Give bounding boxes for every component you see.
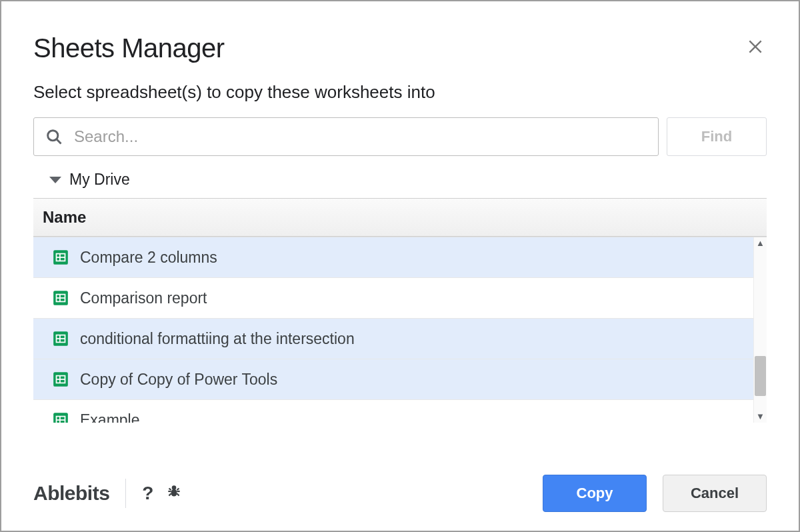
svg-line-3 <box>57 139 61 143</box>
close-button[interactable] <box>744 33 767 61</box>
svg-line-28 <box>169 488 171 489</box>
table-header-name[interactable]: Name <box>33 198 767 237</box>
scroll-up-arrow-icon[interactable]: ▲ <box>756 237 765 249</box>
search-row: Find <box>33 117 767 156</box>
svg-line-30 <box>169 493 171 495</box>
scroll-down-arrow-icon[interactable]: ▼ <box>756 411 765 423</box>
sheets-file-icon <box>52 371 69 388</box>
footer-left: Ablebits ? <box>33 479 183 508</box>
bug-svg-icon <box>165 483 183 500</box>
brand-logo: Ablebits <box>33 482 109 505</box>
svg-rect-25 <box>171 489 177 496</box>
scroll-track[interactable] <box>754 249 767 411</box>
search-box[interactable] <box>33 117 659 156</box>
cancel-button[interactable]: Cancel <box>663 475 767 512</box>
scrollbar[interactable]: ▲ ▼ <box>753 237 767 423</box>
svg-line-29 <box>177 488 179 489</box>
search-input[interactable] <box>73 127 647 147</box>
file-name: Comparison report <box>80 289 207 307</box>
file-name: Compare 2 columns <box>80 249 217 267</box>
search-icon <box>45 127 63 146</box>
divider <box>125 479 126 508</box>
file-row[interactable]: Example <box>33 400 753 423</box>
file-row[interactable]: Comparison report <box>33 278 753 319</box>
dialog-title: Sheets Manager <box>33 33 225 63</box>
dialog-subtitle: Select spreadsheet(s) to copy these work… <box>33 82 767 103</box>
breadcrumb[interactable]: My Drive <box>33 168 767 198</box>
bug-icon[interactable] <box>165 483 183 505</box>
dialog-footer: Ablebits ? Copy Cancel <box>33 475 767 512</box>
dialog-header: Sheets Manager <box>33 33 767 82</box>
find-button[interactable]: Find <box>667 117 767 156</box>
file-row[interactable]: conditional formattiing at the intersect… <box>33 319 753 359</box>
copy-button[interactable]: Copy <box>543 475 647 512</box>
sheets-file-icon <box>52 411 69 423</box>
file-row[interactable]: Compare 2 columns <box>33 237 753 278</box>
help-icon[interactable]: ? <box>142 483 153 504</box>
chevron-down-icon <box>49 177 61 183</box>
breadcrumb-root: My Drive <box>69 171 130 189</box>
svg-line-31 <box>177 493 179 495</box>
dialog-window: Sheets Manager Select spreadsheet(s) to … <box>0 0 800 532</box>
svg-point-2 <box>48 131 58 141</box>
file-list-container: Compare 2 columnsComparison reportcondit… <box>33 237 767 423</box>
file-name: Copy of Copy of Power Tools <box>80 371 277 389</box>
file-list: Compare 2 columnsComparison reportcondit… <box>33 237 753 423</box>
footer-right: Copy Cancel <box>543 475 767 512</box>
sheets-file-icon <box>52 289 69 307</box>
file-name: Example <box>80 411 139 423</box>
svg-rect-20 <box>53 413 68 423</box>
file-name: conditional formattiing at the intersect… <box>80 330 355 348</box>
scroll-thumb[interactable] <box>755 356 766 396</box>
sheets-file-icon <box>52 249 69 266</box>
file-row[interactable]: Copy of Copy of Power Tools <box>33 359 753 400</box>
sheets-file-icon <box>52 330 69 347</box>
close-icon <box>747 38 764 55</box>
